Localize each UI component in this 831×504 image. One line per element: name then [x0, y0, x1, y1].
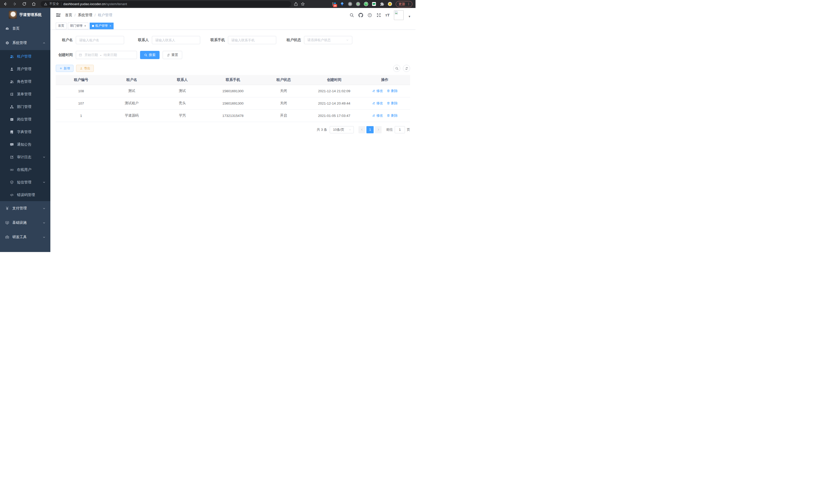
address-divider: [61, 2, 61, 6]
trash-icon: [387, 114, 390, 117]
delete-button[interactable]: 删除: [387, 101, 398, 106]
avatar[interactable]: [394, 10, 404, 20]
sidebar-item-pay[interactable]: 支付管理: [0, 201, 50, 215]
refresh-table-button[interactable]: [403, 65, 410, 72]
export-button[interactable]: 导出: [76, 65, 94, 72]
extension-puzzle-icon[interactable]: [380, 2, 384, 6]
cell-created: 2021-12-14 20:49:44: [309, 97, 360, 110]
tab-dept[interactable]: 部门管理×: [68, 23, 88, 29]
cell-mobile: 15601691300: [208, 85, 258, 97]
bookmark-star-icon[interactable]: [300, 2, 305, 6]
breadcrumb-separator: /: [75, 13, 76, 17]
sidebar-item-label: 用户管理: [17, 67, 31, 71]
security-label[interactable]: 不安全: [49, 2, 59, 6]
share-icon[interactable]: [294, 2, 298, 6]
sidebar-item-audit[interactable]: 审计日志: [0, 151, 50, 164]
extension-emoji-icon[interactable]: [388, 2, 392, 6]
sidebar-item-errorcode[interactable]: 错误码管理: [0, 188, 50, 201]
edit-button[interactable]: 修改: [372, 101, 383, 106]
chevron-down-icon: [42, 155, 46, 159]
help-icon[interactable]: ?: [368, 13, 372, 18]
navbar: 首页/系统管理/租户管理 ? тT ▼: [50, 8, 416, 22]
goto-page-input[interactable]: [395, 126, 405, 133]
home-icon[interactable]: [32, 2, 36, 6]
reset-button[interactable]: 重置: [163, 51, 182, 59]
edit-button[interactable]: 修改: [372, 113, 383, 118]
address-bar[interactable]: 不安全 dashboard.yudao.iocoder.cn/system/te…: [40, 1, 291, 7]
sidebar-toggle-icon[interactable]: [56, 12, 61, 18]
edit-pen-icon: [372, 114, 375, 117]
sidebar-item-home[interactable]: 首页: [0, 21, 50, 36]
breadcrumb-item: 租户管理: [98, 13, 112, 18]
tab-home[interactable]: 首页: [56, 23, 66, 29]
sidebar-item-infra[interactable]: 基础设施: [0, 215, 50, 230]
user-menu-caret-icon[interactable]: ▼: [408, 15, 411, 18]
logo[interactable]: 芋道管理系统: [0, 8, 50, 21]
reload-icon[interactable]: [22, 2, 26, 6]
page-1-button[interactable]: 1: [366, 126, 374, 133]
tab-close-icon[interactable]: ×: [110, 24, 111, 28]
tenant-name-input[interactable]: [76, 36, 124, 44]
page-size-select[interactable]: 10条/页: [330, 126, 354, 133]
date-end-placeholder: 结束日期: [104, 53, 117, 57]
chevron-left-icon: [361, 128, 363, 131]
edit-button[interactable]: 修改: [372, 89, 383, 93]
sidebar-item-role[interactable]: 角色管理: [0, 75, 50, 88]
next-page-button[interactable]: [375, 126, 381, 133]
sidebar-item-label: 首页: [12, 26, 20, 31]
cell-contact: 秃头: [157, 97, 208, 110]
sidebar-item-label: 支付管理: [12, 206, 27, 211]
search-icon[interactable]: [349, 13, 354, 18]
sidebar-item-dept[interactable]: 部门管理: [0, 100, 50, 113]
extension-area: 10 ⌘ Y 更新: [332, 1, 412, 7]
tab-tenant[interactable]: 租户管理×: [90, 23, 114, 29]
contact-name-input[interactable]: [152, 36, 200, 44]
contact-mobile-input[interactable]: [228, 36, 276, 44]
sidebar: 芋道管理系统 首页系统管理租户管理用户管理角色管理菜单管理部门管理岗位管理字典管…: [0, 8, 50, 252]
delete-button[interactable]: 删除: [387, 89, 398, 93]
add-button[interactable]: 新增: [56, 65, 74, 72]
toggle-search-button[interactable]: [393, 65, 400, 72]
sidebar-item-online[interactable]: 在线用户: [0, 164, 50, 176]
sidebar-item-user[interactable]: 用户管理: [0, 63, 50, 75]
browser-update-button[interactable]: 更新: [396, 1, 412, 7]
delete-button[interactable]: 删除: [387, 113, 398, 118]
filter-item-tenant-status: 租户状态请选择租户状态: [284, 36, 352, 44]
extension-y-icon[interactable]: Y: [364, 2, 368, 6]
sidebar-item-dict[interactable]: 字典管理: [0, 126, 50, 138]
fullscreen-icon[interactable]: [376, 13, 381, 18]
cell-status: 开启: [258, 110, 309, 122]
url-path: /system/tenant: [105, 2, 127, 6]
extension-tabs-icon[interactable]: 10: [332, 2, 336, 6]
extension-kite-icon[interactable]: [340, 2, 344, 6]
breadcrumb-item[interactable]: 首页: [65, 13, 72, 18]
table-header-row: 租户编号租户名联系人联系手机租户状态创建时间操作: [56, 75, 410, 85]
user-icon: [10, 67, 14, 71]
sidebar-item-tenant[interactable]: 租户管理: [0, 50, 50, 63]
search-button[interactable]: 搜索: [140, 51, 160, 59]
prev-page-button[interactable]: [359, 126, 365, 133]
browser-menu-icon[interactable]: [407, 2, 410, 6]
breadcrumb-item[interactable]: 系统管理: [78, 13, 92, 18]
back-icon[interactable]: [3, 2, 7, 6]
forward-icon[interactable]: [12, 2, 17, 6]
extension-command-icon[interactable]: ⌘: [348, 2, 352, 6]
magnifier-icon: [395, 67, 399, 70]
sidebar-item-devtools[interactable]: 研发工具: [0, 230, 50, 244]
sidebar-item-notice[interactable]: 通知公告: [0, 138, 50, 151]
extension-record-icon[interactable]: [356, 2, 360, 6]
cell-actions: 修改删除: [360, 85, 410, 97]
sidebar-item-menu[interactable]: 菜单管理: [0, 88, 50, 100]
extension-chat-icon[interactable]: [372, 2, 376, 6]
sidebar-item-system[interactable]: 系统管理: [0, 36, 50, 50]
tab-close-icon[interactable]: ×: [84, 24, 86, 28]
sidebar-item-post[interactable]: 岗位管理: [0, 113, 50, 126]
sidebar-item-label: 通知公告: [17, 142, 31, 147]
tenant-status-select[interactable]: 请选择租户状态: [304, 36, 352, 44]
sidebar-item-sms[interactable]: 短信管理: [0, 176, 50, 188]
chevron-up-icon: [42, 41, 46, 45]
create-time-range-picker[interactable]: 开始日期 - 结束日期: [76, 51, 137, 59]
security-warning-icon[interactable]: [44, 2, 47, 6]
github-icon[interactable]: [359, 13, 363, 18]
font-size-icon[interactable]: тT: [385, 13, 390, 17]
